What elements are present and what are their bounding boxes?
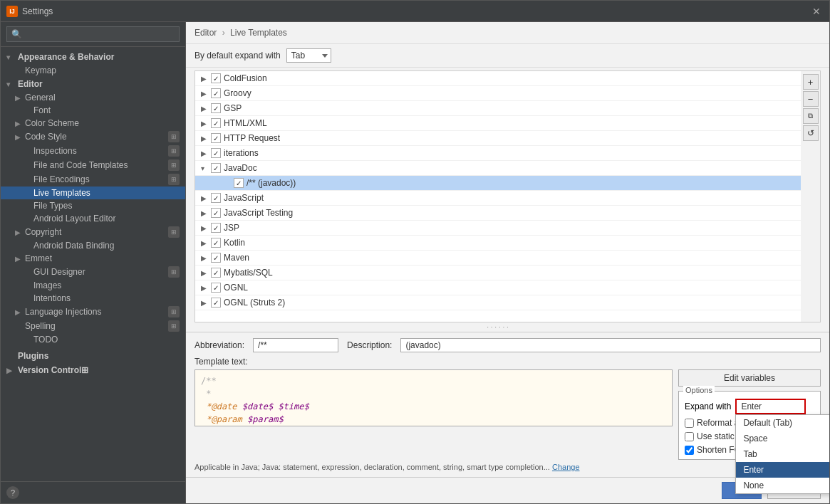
sidebar-item-label: TODO <box>33 335 180 345</box>
list-item[interactable]: ▶ ColdFusion <box>195 71 801 86</box>
group-checkbox[interactable] <box>211 238 221 248</box>
sidebar-item-intentions[interactable]: Intentions <box>1 292 185 305</box>
expand-arrow: ▶ <box>201 269 211 277</box>
sidebar-item-editor[interactable]: ▾ Editor <box>1 77 185 91</box>
group-label: JavaDoc <box>224 163 795 173</box>
sidebar-item-code-style[interactable]: ▶ Code Style ⊞ <box>1 130 185 144</box>
sidebar-item-label: File Types <box>33 201 180 211</box>
edit-variables-button[interactable]: Edit variables <box>678 369 821 387</box>
group-checkbox[interactable] <box>211 193 221 203</box>
expand-arrow: ▶ <box>6 367 15 374</box>
use-static-checkbox[interactable] <box>685 432 694 441</box>
list-item[interactable]: ▶ JSP <box>195 221 801 236</box>
sidebar-item-keymap[interactable]: Keymap <box>1 64 185 77</box>
sidebar-item-label: File and Code Templates <box>33 160 165 170</box>
list-item[interactable]: ▾ JavaDoc <box>195 161 801 176</box>
reset-template-button[interactable]: ↺ <box>803 125 819 141</box>
sidebar-item-color-scheme[interactable]: ▶ Color Scheme <box>1 117 185 130</box>
group-label: Mybatis/SQL <box>224 268 795 278</box>
sidebar-item-language-injections[interactable]: ▶ Language Injections ⊞ <box>1 305 185 319</box>
group-checkbox[interactable] <box>211 268 221 278</box>
sidebar-item-file-code-templates[interactable]: File and Code Templates ⊞ <box>1 158 185 172</box>
sidebar-item-label: Font <box>33 105 180 115</box>
sidebar-item-appearance[interactable]: ▾ Appearance & Behavior <box>1 50 185 64</box>
copy-template-button[interactable]: ⧉ <box>803 108 819 124</box>
expand-arrow: ▶ <box>201 149 211 157</box>
list-item[interactable]: ▶ Mybatis/SQL <box>195 266 801 280</box>
code-style-badge: ⊞ <box>168 131 180 142</box>
dropdown-item-space[interactable]: Space <box>736 431 829 446</box>
expand-with-select[interactable]: Default (Tab) Space Tab Enter None <box>735 399 806 414</box>
sidebar-item-android-databinding[interactable]: Android Data Binding <box>1 239 185 252</box>
list-item[interactable]: ▶ JavaScript <box>195 191 801 206</box>
sidebar-item-todo[interactable]: TODO <box>1 333 185 346</box>
group-checkbox[interactable] <box>211 73 221 83</box>
group-checkbox[interactable] <box>211 223 221 233</box>
shorten-checkbox[interactable] <box>685 446 694 455</box>
expand-with-row: Expand with Default (Tab) Space Tab Ente… <box>685 399 814 414</box>
sidebar-item-plugins[interactable]: Plugins <box>1 349 185 363</box>
group-checkbox[interactable] <box>211 298 221 308</box>
sidebar-item-label: GUI Designer <box>33 267 165 277</box>
spelling-badge: ⊞ <box>168 320 180 332</box>
change-link[interactable]: Change <box>552 463 580 471</box>
list-item[interactable]: ▶ Groovy <box>195 86 801 101</box>
sidebar-item-font[interactable]: Font <box>1 104 185 117</box>
group-checkbox[interactable] <box>211 133 221 143</box>
group-checkbox[interactable] <box>211 148 221 158</box>
list-item[interactable]: ▶ JavaScript Testing <box>195 206 801 221</box>
sidebar-item-android-layout[interactable]: Android Layout Editor <box>1 212 185 225</box>
abbreviation-input[interactable] <box>253 338 338 352</box>
sidebar-item-spelling[interactable]: Spelling ⊞ <box>1 319 185 333</box>
group-label: JavaScript Testing <box>224 208 795 218</box>
sidebar-item-inspections[interactable]: Inspections ⊞ <box>1 144 185 158</box>
list-item[interactable]: ▶ GSP <box>195 101 801 116</box>
sidebar-item-version-control[interactable]: ▶ Version Control ⊞ <box>1 363 185 377</box>
list-item[interactable]: ▶ Kotlin <box>195 236 801 251</box>
list-item[interactable]: /** (javadoc)) <box>195 176 801 191</box>
group-checkbox[interactable] <box>211 163 221 173</box>
group-checkbox[interactable] <box>211 283 221 293</box>
list-item[interactable]: ▶ OGNL <box>195 280 801 295</box>
expand-arrow: ▶ <box>15 255 24 263</box>
list-item[interactable]: ▶ OGNL (Struts 2) <box>195 295 801 310</box>
expand-arrow: ▶ <box>201 75 211 83</box>
group-checkbox[interactable] <box>211 88 221 98</box>
add-template-button[interactable]: + <box>803 74 819 90</box>
list-item[interactable]: ▶ Maven <box>195 251 801 266</box>
close-button[interactable]: ✕ <box>809 4 824 19</box>
sidebar-item-gui-designer[interactable]: GUI Designer ⊞ <box>1 265 185 279</box>
group-checkbox[interactable] <box>211 208 221 218</box>
search-input[interactable] <box>6 26 180 42</box>
sidebar-item-file-types[interactable]: File Types <box>1 199 185 212</box>
sidebar-item-images[interactable]: Images <box>1 279 185 292</box>
description-input[interactable] <box>400 338 821 352</box>
remove-template-button[interactable]: − <box>803 91 819 107</box>
list-item[interactable]: ▶ HTTP Request <box>195 131 801 146</box>
expand-arrow: ▶ <box>201 105 211 112</box>
list-item[interactable]: ▶ HTML/XML <box>195 116 801 131</box>
group-label: JavaScript <box>224 193 795 203</box>
help-button[interactable]: ? <box>6 486 19 499</box>
sidebar-item-general[interactable]: ▶ General <box>1 91 185 104</box>
sidebar-item-file-encodings[interactable]: File Encodings ⊞ <box>1 172 185 187</box>
group-checkbox[interactable] <box>211 103 221 113</box>
group-label: OGNL (Struts 2) <box>224 298 795 308</box>
dropdown-item-none[interactable]: None <box>736 478 829 493</box>
main-panel: Editor › Live Templates By default expan… <box>186 22 829 503</box>
reformat-checkbox[interactable] <box>685 419 694 428</box>
template-textarea[interactable]: /** * *@date $date$ $time$ *@param $para… <box>194 369 673 426</box>
dropdown-item-default-tab[interactable]: Default (Tab) <box>736 415 829 431</box>
expand-select[interactable]: Tab Enter Space None <box>286 48 331 63</box>
list-item[interactable]: ▶ iterations <box>195 146 801 161</box>
group-label: HTML/XML <box>224 118 795 128</box>
group-checkbox[interactable] <box>211 253 221 263</box>
sidebar-item-copyright[interactable]: ▶ Copyright ⊞ <box>1 225 185 239</box>
group-checkbox[interactable] <box>211 118 221 128</box>
fe-badge: ⊞ <box>168 174 180 185</box>
item-checkbox[interactable] <box>234 178 244 188</box>
dropdown-item-enter[interactable]: Enter <box>736 462 829 478</box>
sidebar-item-live-templates[interactable]: Live Templates <box>1 187 185 199</box>
sidebar-item-emmet[interactable]: ▶ Emmet <box>1 252 185 265</box>
dropdown-item-tab[interactable]: Tab <box>736 446 829 462</box>
